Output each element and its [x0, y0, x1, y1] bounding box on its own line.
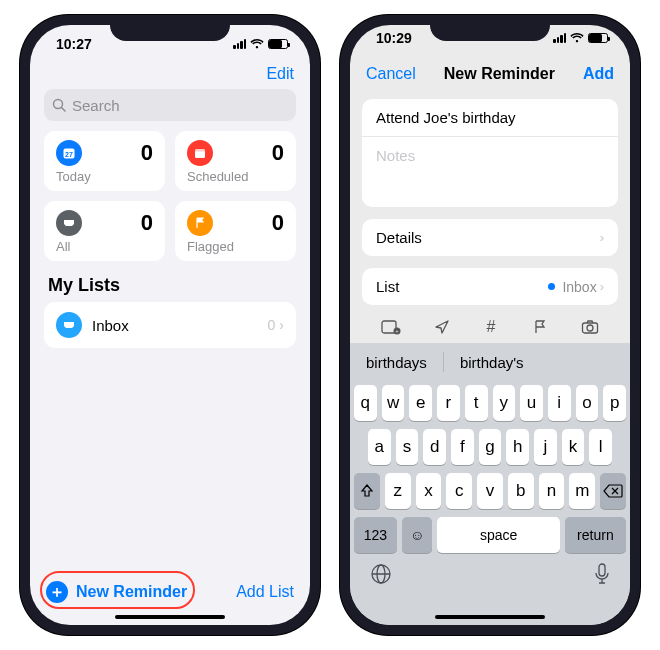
- new-reminder-button[interactable]: ＋ New Reminder: [46, 581, 187, 603]
- list-color-dot: [548, 283, 555, 290]
- key-b[interactable]: b: [508, 473, 534, 509]
- key-n[interactable]: n: [539, 473, 565, 509]
- calendar-today-icon: 27: [56, 140, 82, 166]
- key-o[interactable]: o: [576, 385, 599, 421]
- status-indicators: [233, 39, 288, 49]
- key-d[interactable]: d: [423, 429, 446, 465]
- key-u[interactable]: u: [520, 385, 543, 421]
- chevron-right-icon: ›: [600, 279, 604, 294]
- key-y[interactable]: y: [493, 385, 516, 421]
- card-today[interactable]: 27 0 Today: [44, 131, 165, 191]
- svg-line-1: [62, 108, 66, 112]
- phone-reminders-home: 10:27 Edit Search 27 0 Today: [20, 15, 320, 635]
- mylists-header: My Lists: [30, 261, 310, 302]
- key-g[interactable]: g: [479, 429, 502, 465]
- key-row-3: zxcvbnm: [350, 469, 630, 513]
- search-input[interactable]: Search: [44, 89, 296, 121]
- card-count: 0: [141, 140, 153, 166]
- key-r[interactable]: r: [437, 385, 460, 421]
- location-icon[interactable]: [434, 319, 450, 335]
- key-p[interactable]: p: [603, 385, 626, 421]
- return-key[interactable]: return: [565, 517, 626, 553]
- key-s[interactable]: s: [396, 429, 419, 465]
- new-reminder-label: New Reminder: [76, 583, 187, 601]
- details-row[interactable]: Details ›: [362, 219, 618, 256]
- svg-point-11: [587, 325, 593, 331]
- shift-key[interactable]: [354, 473, 380, 509]
- key-l[interactable]: l: [589, 429, 612, 465]
- edit-button[interactable]: Edit: [266, 65, 294, 83]
- list-value: Inbox: [562, 279, 596, 295]
- svg-text:27: 27: [65, 151, 73, 158]
- sheet-title: New Reminder: [444, 65, 555, 83]
- status-time: 10:29: [376, 30, 412, 46]
- key-a[interactable]: a: [368, 429, 391, 465]
- key-w[interactable]: w: [382, 385, 405, 421]
- numbers-key[interactable]: 123: [354, 517, 397, 553]
- key-row-2: asdfghjkl: [350, 425, 630, 469]
- inbox-icon: [56, 312, 82, 338]
- key-f[interactable]: f: [451, 429, 474, 465]
- card-count: 0: [272, 140, 284, 166]
- add-list-button[interactable]: Add List: [236, 583, 294, 601]
- tag-icon[interactable]: #: [483, 319, 499, 335]
- svg-rect-15: [599, 564, 605, 576]
- key-i[interactable]: i: [548, 385, 571, 421]
- suggestion[interactable]: birthday's: [444, 354, 540, 371]
- space-key[interactable]: space: [437, 517, 559, 553]
- card-label: Today: [56, 169, 153, 184]
- suggestion[interactable]: birthdays: [350, 354, 443, 371]
- card-label: Scheduled: [187, 169, 284, 184]
- title-input[interactable]: Attend Joe's birthday: [362, 99, 618, 137]
- cancel-button[interactable]: Cancel: [366, 65, 416, 83]
- battery-icon: [268, 39, 288, 49]
- card-count: 0: [141, 210, 153, 236]
- list-row[interactable]: List Inbox ›: [362, 268, 618, 305]
- add-button[interactable]: Add: [583, 65, 614, 83]
- key-row-1: qwertyuiop: [350, 381, 630, 425]
- accessory-bar: + #: [350, 311, 630, 343]
- notes-input[interactable]: Notes: [362, 137, 618, 207]
- flag-icon[interactable]: [532, 319, 548, 335]
- globe-key[interactable]: [370, 563, 392, 585]
- wifi-icon: [570, 33, 584, 43]
- dictation-key[interactable]: [594, 563, 610, 585]
- card-all[interactable]: 0 All: [44, 201, 165, 261]
- phone-new-reminder: 10:29 Cancel New Reminder Add Attend Joe…: [340, 15, 640, 635]
- camera-icon[interactable]: [581, 319, 599, 335]
- chevron-right-icon: ›: [600, 230, 604, 245]
- key-z[interactable]: z: [385, 473, 411, 509]
- wifi-icon: [250, 39, 264, 49]
- home-indicator[interactable]: [435, 615, 545, 619]
- flag-icon: [187, 210, 213, 236]
- svg-rect-5: [195, 149, 205, 152]
- key-v[interactable]: v: [477, 473, 503, 509]
- cellular-icon: [553, 33, 566, 43]
- search-placeholder: Search: [72, 97, 120, 114]
- keyboard: birthdays birthday's qwertyuiop asdfghjk…: [350, 343, 630, 625]
- svg-text:+: +: [395, 328, 398, 334]
- card-flagged[interactable]: 0 Flagged: [175, 201, 296, 261]
- home-indicator[interactable]: [115, 615, 225, 619]
- key-j[interactable]: j: [534, 429, 557, 465]
- notch: [430, 15, 550, 41]
- card-scheduled[interactable]: 0 Scheduled: [175, 131, 296, 191]
- suggestion-bar: birthdays birthday's: [350, 343, 630, 381]
- key-x[interactable]: x: [416, 473, 442, 509]
- delete-key[interactable]: [600, 473, 626, 509]
- key-k[interactable]: k: [562, 429, 585, 465]
- emoji-key[interactable]: ☺: [402, 517, 433, 553]
- card-label: All: [56, 239, 153, 254]
- list-count: 0: [268, 317, 276, 333]
- key-q[interactable]: q: [354, 385, 377, 421]
- cellular-icon: [233, 39, 246, 49]
- list-label: List: [376, 278, 399, 295]
- key-t[interactable]: t: [465, 385, 488, 421]
- status-time: 10:27: [56, 36, 92, 52]
- list-inbox[interactable]: Inbox 0›: [44, 302, 296, 348]
- key-m[interactable]: m: [569, 473, 595, 509]
- key-e[interactable]: e: [409, 385, 432, 421]
- key-h[interactable]: h: [506, 429, 529, 465]
- key-c[interactable]: c: [446, 473, 472, 509]
- schedule-icon[interactable]: +: [381, 319, 401, 335]
